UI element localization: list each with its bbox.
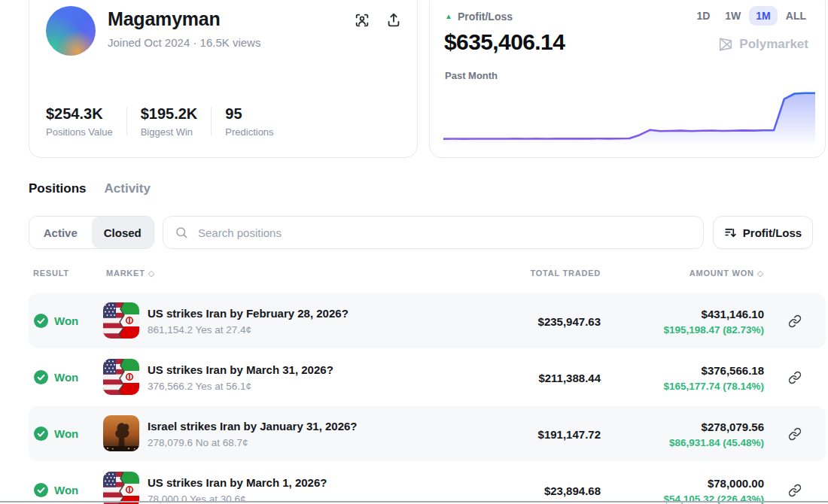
username: Magamyman [108,8,221,30]
pnl-value: $635,406.14 [444,29,565,55]
amount-won-cell: $376,566.18 $165,177.74 (78.14%) [663,363,764,391]
tab-activity[interactable]: Activity [105,181,151,196]
stat-value: $195.2K [141,105,198,123]
result-label: Won [54,314,78,327]
profile-stats: $254.3K Positions Value $195.2K Biggest … [46,105,288,138]
market-title: US strikes Iran by February 28, 2026? [148,307,349,320]
profile-meta: Joined Oct 2024 · 16.5K views [108,36,260,49]
header-amount-won[interactable]: AMOUNT WON◇ [689,269,764,278]
window-bottom-edge [0,501,828,502]
header-total-traded: TOTAL TRADED [530,269,601,278]
range-1d[interactable]: 1D [689,6,717,26]
pnl-title: Profit/Loss [458,11,513,23]
market-position: 861,154.2 Yes at 27.4¢ [148,324,349,335]
sort-diamond-icon: ◇ [757,269,764,278]
segment-active[interactable]: Active [29,217,92,248]
stat-label: Predictions [225,126,273,138]
result-cell: Won [34,463,78,504]
result-label: Won [54,484,78,496]
profile-card: Magamyman Joined Oct 2024 · 16.5K views … [29,0,418,158]
result-label: Won [54,427,78,440]
table-row[interactable]: Won US strikes Iran by February 28, 2026… [29,293,826,348]
tab-positions[interactable]: Positions [29,181,87,196]
market-image-us-iran-flags [103,302,139,339]
pnl-card: ▲ Profit/Loss 1D 1W 1M ALL $635,406.14 P… [429,0,826,158]
status-segmented-control: Active Closed [29,216,154,249]
range-1m[interactable]: 1M [749,6,777,26]
avatar [46,6,96,56]
scan-profile-button[interactable] [354,12,370,29]
stat-value: 95 [225,105,273,123]
stat-biggest-win: $195.2K Biggest Win [141,105,212,138]
pnl-chart [443,87,815,146]
header-market[interactable]: MARKET◇ [106,269,155,278]
stat-positions-value: $254.3K Positions Value [46,105,126,138]
pnl-period: Past Month [445,70,498,81]
market-image-explosion-city [103,415,139,451]
check-circle-icon [34,370,48,384]
stat-label: Positions Value [46,126,113,138]
time-range-tabs: 1D 1W 1M ALL [689,6,813,26]
market-cell: Israel strikes Iran by January 31, 2026?… [148,420,358,448]
link-icon[interactable] [788,484,802,497]
total-traded-value: $23,894.68 [544,484,601,496]
market-title: US strikes Iran by March 31, 2026? [148,363,333,376]
link-icon[interactable] [788,371,802,384]
polymarket-logo-text: Polymarket [739,37,808,52]
polymarket-profile-page: Magamyman Joined Oct 2024 · 16.5K views … [0,0,828,504]
amount-won-value: $376,566.18 [663,363,764,376]
search-input[interactable] [196,226,703,240]
stat-divider [126,107,127,135]
share-profile-button[interactable] [385,12,402,29]
range-1w[interactable]: 1W [718,6,747,26]
check-circle-icon [34,314,48,328]
result-label: Won [54,371,78,384]
profit-value: $195,198.47 (82.73%) [663,323,764,335]
table-row[interactable]: Won US strikes Iran by March 31, 2026? 3… [29,350,826,405]
total-traded-value: $191,147.72 [538,427,601,440]
stat-label: Biggest Win [141,126,198,138]
total-traded-value: $235,947.63 [538,314,601,327]
stat-predictions: 95 Predictions [225,105,287,138]
total-traded-value: $211,388.44 [538,371,601,384]
market-image-us-iran-flags [103,472,139,504]
amount-won-value: $431,146.10 [663,307,764,320]
search-icon [175,226,188,239]
market-image-us-iran-flags [103,359,139,395]
check-circle-icon [34,427,48,441]
check-circle-icon [34,483,48,497]
amount-won-cell: $78,000.00 $54,105.32 (226.43%) [663,476,764,504]
search-box [163,216,704,249]
market-title: Israel strikes Iran by January 31, 2026? [148,420,358,433]
header-result: RESULT [33,269,69,278]
link-icon[interactable] [788,427,802,441]
amount-won-value: $78,000.00 [663,476,764,489]
profit-value: $86,931.84 (45.48%) [669,436,764,448]
stat-value: $254.3K [46,105,113,123]
sort-diamond-icon: ◇ [148,269,155,278]
market-cell: US strikes Iran by March 1, 2026? 78,000… [148,476,327,504]
table-row[interactable]: Won US strikes Iran by March 1, 2026? 78… [29,463,826,504]
stat-divider [211,107,212,135]
share-upload-icon [385,12,402,29]
result-cell: Won [34,293,78,348]
range-all[interactable]: ALL [779,6,813,26]
sort-by-profit-loss-button[interactable]: Profit/Loss [713,216,813,249]
profit-value: $165,177.74 (78.14%) [663,380,764,391]
sort-button-label: Profit/Loss [743,226,802,239]
segment-closed[interactable]: Closed [92,217,154,248]
amount-won-cell: $431,146.10 $195,198.47 (82.73%) [663,307,764,335]
result-cell: Won [34,350,78,405]
trend-up-icon: ▲ [445,13,452,20]
market-position: 278,079.6 No at 68.7¢ [148,437,358,448]
market-position: 376,566.2 Yes at 56.1¢ [148,381,333,392]
section-tabs: Positions Activity [29,181,151,196]
sort-descending-icon [724,226,737,239]
amount-won-cell: $278,079.56 $86,931.84 (45.48%) [669,420,764,448]
table-row[interactable]: Won Israel strikes Iran by January 31, 2… [29,406,826,461]
face-scan-icon [354,12,370,29]
link-icon[interactable] [788,314,802,328]
market-cell: US strikes Iran by March 31, 2026? 376,5… [148,363,333,392]
market-title: US strikes Iran by March 1, 2026? [148,476,327,489]
amount-won-value: $278,079.56 [669,420,764,433]
